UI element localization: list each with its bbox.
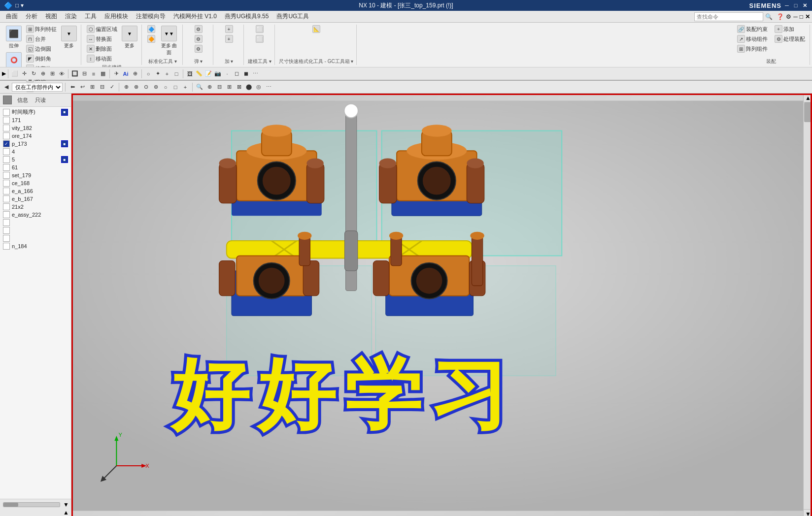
tb2-btn12[interactable]: + [181,83,190,92]
sidebar-check-13[interactable] [3,211,10,218]
search-icon[interactable]: 🔍 [765,13,773,20]
ribbon-btn-tan2[interactable]: ⚙ [193,34,204,43]
sidebar-scroll-thumb[interactable] [3,503,18,507]
window-menu-icon[interactable]: □ ▾ [15,2,24,9]
tb2-btn10[interactable]: ○ [161,83,170,92]
sidebar-check-16[interactable] [3,235,10,242]
ribbon-btn-zhuangyuec[interactable]: 🔗 装配约束 [736,25,769,33]
ribbon-btn-std2[interactable]: 🔶 [146,34,157,43]
tb-wire-icon[interactable]: ◻ [232,69,241,78]
ribbon-btn-biandr[interactable]: ◱ 边倒圆 [25,44,58,53]
tb-note-icon[interactable]: 📝 [204,69,213,78]
sidebar-item-7[interactable]: 61 [0,163,71,171]
ribbon-btn-gengduo1[interactable]: ▼ 更多 [60,25,78,50]
settings-icon[interactable]: ⚙ [786,13,791,20]
sidebar-item-5[interactable]: 4 [0,148,71,156]
sidebar-check-8[interactable] [3,172,10,179]
restore-btn2[interactable]: □ [800,13,803,20]
menu-gongju[interactable]: 工具 [81,11,101,22]
tb-camera-icon[interactable]: 📷 [213,69,222,78]
tb2-btn19[interactable]: ◎ [254,83,263,92]
ribbon-btn-taibind[interactable]: ⊓ 台并 [25,34,58,43]
tb-dot-icon[interactable]: · [223,69,232,78]
sidebar-item-13[interactable]: e_assy_222 [0,211,71,219]
sidebar-check-2[interactable] [3,125,10,131]
viewport-inner[interactable]: 好好学习 Y X ▲ [71,94,812,516]
sidebar-item-10[interactable]: e_a_166 [0,187,71,195]
tb2-btn20[interactable]: ⋯ [264,83,273,92]
ribbon-btn-aliezt[interactable]: ⊞ 阵列特征 [25,25,58,33]
tb2-btn17[interactable]: ⊠ [235,83,243,92]
menu-yanxiugj[interactable]: 燕秀UG工具 [272,11,313,22]
tb2-btn11[interactable]: □ [171,83,180,92]
tb2-btn4[interactable]: ⊟ [98,83,106,92]
tb-star-icon[interactable]: ✦ [153,69,162,78]
menu-yanxiuug[interactable]: 燕秀UG模具9.55 [221,11,272,22]
tb-render-icon[interactable]: 🖼 [185,69,194,78]
ribbon-btn-jm2[interactable]: ⬜ [254,34,265,43]
ribbon-btn-zhenliez[interactable]: ⊞ 阵列组件 [736,44,769,53]
sidebar-item-9[interactable]: ce_168 [0,179,71,187]
ribbon-btn-lashen[interactable]: ⬛ 拉伸 [5,25,23,50]
sidebar-item-4[interactable]: ✓ p_173 ■ [0,140,71,148]
sidebar-check-4[interactable]: ✓ [3,140,10,147]
ribbon-btn-pianzq[interactable]: ⬡ 偏置区域 [85,25,119,33]
tb2-btn9[interactable]: ⊚ [151,83,160,92]
sidebar-expand-down[interactable]: ▼ [63,501,69,508]
tb2-btn1[interactable]: ⬅ [68,83,77,92]
sidebar-item-2[interactable]: vity_182 [0,124,71,132]
menu-zhusumoxiang[interactable]: 注塑模向导 [132,11,169,22]
ribbon-btn-std1[interactable]: 🔷 [146,25,157,33]
menu-xuanran[interactable]: 渲染 [61,11,81,22]
tb-move-icon[interactable]: ✛ [20,69,29,78]
ribbon-btn-tan1[interactable]: ⚙ [193,25,204,33]
tb2-btn6[interactable]: ⊕ [122,83,131,92]
ribbon-btn-gengduo2[interactable]: ▼ 更多 [121,25,138,50]
search-input[interactable] [694,12,763,21]
tb-cross-icon[interactable]: + [163,69,171,78]
ribbon-btn-gengduo3[interactable]: ▼▼ 更多 曲面 [159,25,179,57]
sidebar-item-1[interactable]: 171 [0,116,71,124]
tb-fly-icon[interactable]: ✈ [112,69,121,78]
menu-fenxi[interactable]: 分析 [22,11,41,22]
tb-select-icon[interactable]: ⬜ [10,69,19,78]
tb2-left-arrow[interactable]: ◀ [2,83,11,92]
tb-rotate-icon[interactable]: ↻ [29,69,38,78]
tb2-btn15[interactable]: ⊟ [215,83,224,92]
tb-shaded-icon[interactable]: ◼ [241,69,250,78]
sidebar-check-6[interactable] [3,156,10,163]
tb2-btn2[interactable]: ↩ [78,83,87,92]
menu-shitu[interactable]: 视图 [41,11,61,22]
tb2-btn3[interactable]: ⊞ [88,83,97,92]
sidebar-scrollbar[interactable] [3,502,60,507]
sidebar-item-12[interactable]: 21x2 [0,203,71,211]
sidebar-check-12[interactable] [3,203,10,210]
tb-ai-icon[interactable]: Ai [121,69,130,78]
ribbon-btn-tihuan[interactable]: ↔ 替换面 [85,34,119,43]
sidebar-check-10[interactable] [3,188,10,194]
menu-yingyong[interactable]: 应用模块 [101,11,132,22]
sidebar-item-0[interactable]: 时间顺序) ■ [0,108,71,116]
sidebar-check-9[interactable] [3,180,10,187]
sidebar-collapse-up[interactable]: ▲ [63,509,69,516]
tb-sq-icon[interactable]: □ [172,69,181,78]
sidebar-check-1[interactable] [3,117,10,124]
ribbon-btn-tan3[interactable]: ⚙ [193,44,204,53]
tb2-btn5[interactable]: ✓ [107,83,116,92]
sidebar-check-15[interactable] [3,227,10,234]
filter-select[interactable]: 仅在工作部件内 [12,83,63,92]
help-icon[interactable]: ❓ [777,13,784,20]
tb-filter-icon[interactable]: ▦ [99,69,107,78]
tb-zoom-icon[interactable]: ⊕ [38,69,47,78]
ribbon-btn-chulizp[interactable]: ⚙ 处理装配 [773,34,807,43]
sidebar-item-14[interactable] [0,219,71,226]
sidebar-check-5[interactable] [3,148,10,155]
sidebar-item-8[interactable]: set_179 [0,171,71,179]
tb-circle-icon[interactable]: ○ [144,69,153,78]
tb2-btn14[interactable]: ⊕ [205,83,214,92]
sidebar-item-11[interactable]: e_b_167 [0,195,71,203]
ribbon-btn-yidongm[interactable]: ↕ 移动面 [85,54,119,63]
ribbon-btn-jia2[interactable]: + [224,34,235,43]
sidebar-check-17[interactable] [3,243,10,250]
ribbon-btn-tianjia[interactable]: ＋ 添加 [773,25,807,33]
